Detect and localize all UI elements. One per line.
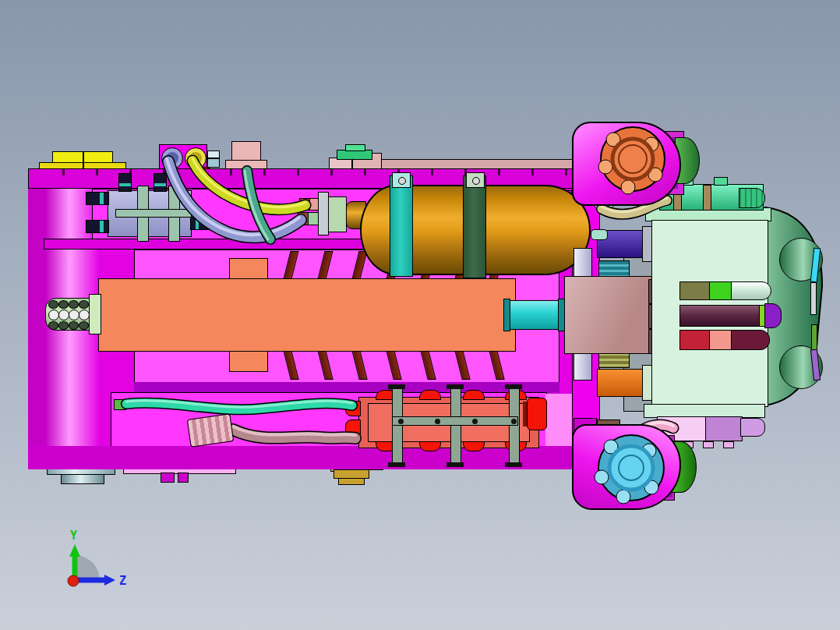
z-axis-label: Z — [119, 574, 126, 588]
orchid-port-cylinder — [740, 418, 765, 437]
y-axis-label: Y — [70, 529, 77, 543]
yellow-grommet — [185, 148, 206, 168]
tie-rod-bottom-tip — [731, 330, 770, 350]
axis-arc — [75, 555, 100, 580]
unit-strap — [509, 388, 520, 464]
tank-strap-front — [390, 175, 413, 277]
muzzle-hole — [48, 310, 59, 320]
red-boss — [419, 441, 441, 451]
z-axis-arrowhead — [104, 575, 115, 586]
orange-port-fitting — [597, 369, 645, 397]
strap-screw — [398, 419, 404, 424]
strap-screw — [511, 419, 517, 424]
x-axis-origin-dot — [68, 575, 79, 586]
small-fitting — [207, 158, 220, 168]
red-end-flange — [527, 398, 547, 430]
tank-neck-valve — [328, 196, 347, 232]
unit-strap-bar — [392, 416, 518, 426]
hose-end-fitting — [114, 399, 126, 410]
hose-end-fitting — [298, 212, 309, 225]
tank-strap-rear — [463, 175, 486, 278]
tie-rod-top — [679, 281, 711, 300]
small-fitting — [207, 150, 220, 158]
edge-sliver-green — [811, 324, 817, 351]
axis-triad[interactable]: Y Z — [68, 529, 126, 588]
muzzle-hole — [79, 310, 90, 320]
cylinder-head-block — [564, 276, 653, 354]
valve-port-cap — [118, 173, 132, 192]
muzzle-hole — [69, 300, 79, 309]
tank-neck-bracket — [318, 192, 329, 235]
tie-rod-bottom — [679, 330, 711, 350]
unit-strap — [392, 388, 403, 464]
tie-rod-top-tip — [731, 281, 771, 300]
valve-port-cap — [86, 220, 109, 233]
unit-strap — [450, 388, 461, 464]
muzzle-hole — [58, 321, 69, 330]
tie-rod-middle — [679, 305, 761, 327]
manifold-tab — [723, 441, 734, 448]
strap-tab-hole — [472, 177, 480, 185]
base-lug — [161, 472, 175, 483]
valve-port-cap — [86, 192, 109, 205]
edge-sliver-white — [810, 282, 817, 315]
red-boss — [463, 390, 485, 400]
muzzle-hole — [58, 300, 69, 309]
muzzle-hole — [58, 310, 69, 320]
gold-foot-disc-step — [338, 478, 365, 485]
valve-port-cap — [154, 173, 167, 192]
red-port-cap — [345, 419, 361, 437]
red-port-cap — [345, 401, 361, 416]
hose-end-fitting — [308, 212, 319, 225]
piston-rod — [510, 300, 564, 330]
tie-rod-middle-cap — [764, 303, 782, 328]
y-axis-arrowhead — [69, 544, 80, 557]
orchid-manifold — [705, 416, 743, 441]
pink-tee-fitting — [231, 141, 261, 161]
muzzle-hole — [79, 300, 89, 309]
red-boss — [463, 441, 485, 451]
teal-fitting — [591, 229, 608, 240]
red-boss — [419, 390, 441, 400]
tie-rod-bottom-ring — [709, 330, 732, 350]
green-filler-cap-top — [345, 144, 365, 151]
valve-port-cap — [190, 217, 212, 230]
periwinkle-grommet — [162, 148, 182, 168]
housing-pocket — [545, 394, 574, 447]
muzzle-hole — [48, 300, 58, 309]
manifold-strap — [703, 185, 711, 211]
muzzle-hole — [48, 321, 58, 330]
tie-rod-top-ring — [709, 281, 732, 300]
muzzle-hole — [79, 321, 89, 330]
muzzle-collar — [89, 294, 101, 334]
housing-purple-band — [134, 382, 559, 393]
cad-viewport[interactable]: Y Z — [0, 0, 840, 630]
strap-screw — [472, 419, 478, 424]
bottom-clevis — [572, 424, 681, 510]
valve-strap-cross — [115, 209, 192, 218]
striker-piston — [98, 278, 516, 352]
strap-tab-hole — [398, 177, 406, 185]
manifold-port — [714, 177, 728, 186]
housing-left-wall — [28, 189, 47, 446]
manifold-tab — [703, 441, 714, 448]
muzzle-hole — [69, 310, 79, 320]
deck-bolt-slots — [31, 169, 574, 175]
steel-end-cap-step — [61, 474, 104, 484]
muzzle-hole — [69, 321, 79, 330]
top-clevis — [572, 122, 681, 206]
hose-end-fitting — [299, 198, 310, 211]
strap-screw — [435, 419, 440, 424]
green-port-cylinder — [739, 188, 765, 208]
mauve-hose-ribbed-cap — [187, 413, 234, 447]
base-lug — [178, 472, 189, 483]
